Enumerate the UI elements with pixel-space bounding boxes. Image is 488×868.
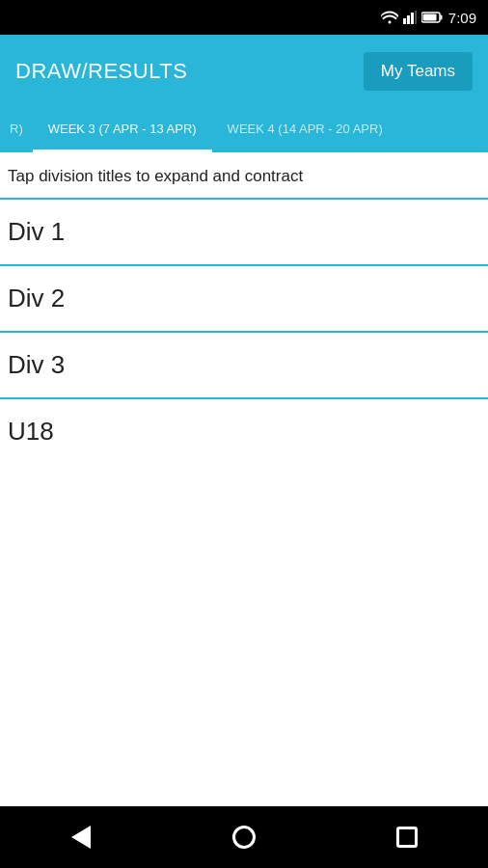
recents-button[interactable] [384, 814, 430, 860]
svg-rect-0 [403, 18, 406, 24]
svg-rect-2 [411, 13, 414, 24]
svg-rect-1 [407, 15, 410, 24]
tab-week3[interactable]: WEEK 3 (7 APR - 13 APR) [33, 108, 212, 152]
tab-prev[interactable]: R) [0, 108, 33, 152]
page-title: DRAW/RESULTS [15, 59, 187, 84]
signal-icon [403, 11, 417, 24]
bottom-nav [0, 806, 488, 868]
wifi-icon [381, 11, 398, 24]
recents-icon [396, 827, 418, 848]
main-content: Tap division titles to expand and contra… [0, 152, 488, 464]
svg-rect-6 [422, 14, 436, 21]
tabs-bar: R) WEEK 3 (7 APR - 13 APR) WEEK 4 (14 AP… [0, 108, 488, 152]
battery-icon [421, 12, 443, 23]
svg-rect-3 [415, 11, 417, 24]
home-icon [232, 826, 256, 849]
home-button[interactable] [221, 814, 267, 860]
instruction-text: Tap division titles to expand and contra… [0, 152, 488, 200]
back-button[interactable] [58, 814, 104, 860]
division-div1[interactable]: Div 1 [0, 200, 488, 266]
status-time: 7:09 [448, 10, 476, 26]
status-icons [381, 11, 443, 24]
my-teams-button[interactable]: My Teams [364, 52, 473, 91]
svg-rect-5 [440, 15, 442, 20]
division-u18[interactable]: U18 [0, 399, 488, 464]
app-header: DRAW/RESULTS My Teams [0, 35, 488, 108]
division-div3[interactable]: Div 3 [0, 333, 488, 399]
tab-week4[interactable]: WEEK 4 (14 APR - 20 APR) [212, 108, 398, 152]
back-icon [71, 826, 91, 849]
division-div2[interactable]: Div 2 [0, 266, 488, 333]
status-bar: 7:09 [0, 0, 488, 35]
